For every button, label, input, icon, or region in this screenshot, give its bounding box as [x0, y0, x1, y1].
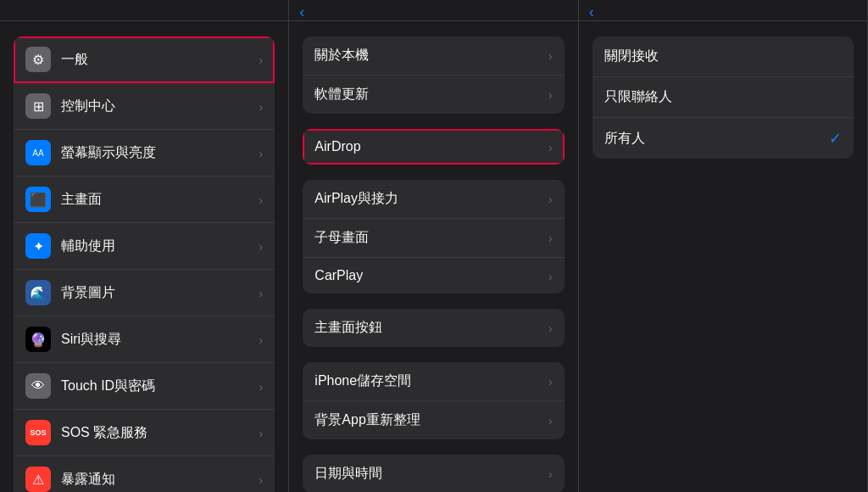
exposure-icon: ⚠	[25, 467, 51, 492]
home-screen-icon: ⬛	[25, 187, 51, 212]
panel-general: ‹ 關於本機›軟體更新›AirDrop›AirPlay與接力›子母畫面›CarP…	[289, 0, 578, 492]
general-row-date-time[interactable]: 日期與時間›	[303, 455, 564, 492]
general-row-iphone-storage[interactable]: iPhone儲存空間›	[303, 362, 564, 401]
settings-header	[0, 0, 288, 21]
panel-airdrop: ‹ 關閉接收只限聯絡人所有人✓	[579, 0, 868, 492]
general-row-bg-app-refresh[interactable]: 背景App重新整理›	[303, 401, 564, 439]
control-center-chevron-icon: ›	[259, 99, 263, 114]
airdrop-back-chevron-icon: ‹	[589, 3, 594, 21]
general-back-button[interactable]: ‹	[299, 3, 307, 21]
settings-main-group: ⚙一般›⊞控制中心›AA螢幕顯示與亮度›⬛主畫面›✦輔助使用›🌊背景圖片›🔮Si…	[14, 36, 275, 492]
control-center-label: 控制中心	[61, 98, 259, 115]
general-group-group1: 關於本機›軟體更新›	[303, 36, 564, 114]
settings-row-home-screen[interactable]: ⬛主畫面›	[14, 176, 275, 223]
general-group-group2: AirDrop›	[303, 129, 564, 165]
settings-row-general[interactable]: ⚙一般›	[14, 36, 275, 83]
airdrop-options-group: 關閉接收只限聯絡人所有人✓	[593, 36, 854, 159]
settings-list: ⚙一般›⊞控制中心›AA螢幕顯示與亮度›⬛主畫面›✦輔助使用›🌊背景圖片›🔮Si…	[0, 21, 288, 492]
settings-row-accessibility[interactable]: ✦輔助使用›	[14, 223, 275, 270]
general-group-group4: 主畫面按鈕›	[303, 309, 564, 347]
panel-settings: ⚙一般›⊞控制中心›AA螢幕顯示與亮度›⬛主畫面›✦輔助使用›🌊背景圖片›🔮Si…	[0, 0, 289, 492]
siri-label: Siri與搜尋	[61, 331, 259, 349]
general-header: ‹	[289, 0, 577, 21]
general-icon: ⚙	[25, 47, 51, 72]
settings-row-sos[interactable]: SOSSOS 緊急服務›	[14, 410, 275, 456]
settings-row-wallpaper[interactable]: 🌊背景圖片›	[14, 270, 275, 316]
siri-icon: 🔮	[25, 327, 51, 352]
control-center-icon: ⊞	[25, 93, 51, 119]
general-bg-app-refresh-label: 背景App重新整理	[314, 411, 548, 429]
settings-row-display[interactable]: AA螢幕顯示與亮度›	[14, 130, 275, 176]
general-home-button-label: 主畫面按鈕	[314, 319, 548, 337]
general-iphone-storage-chevron-icon: ›	[548, 374, 553, 389]
general-row-software-update[interactable]: 軟體更新›	[303, 75, 564, 114]
exposure-label: 暴露通知	[61, 471, 259, 489]
general-iphone-storage-label: iPhone儲存空間	[314, 372, 548, 390]
general-carplay-chevron-icon: ›	[548, 269, 553, 283]
general-carplay-label: CarPlay	[314, 268, 548, 283]
touch-id-icon: 👁	[25, 373, 51, 399]
airdrop-content: 關閉接收只限聯絡人所有人✓	[579, 21, 867, 492]
airdrop-option-off[interactable]: 關閉接收	[593, 36, 854, 77]
airdrop-option-off-label: 關閉接收	[604, 48, 842, 65]
exposure-chevron-icon: ›	[259, 472, 263, 487]
general-airplay-label: AirPlay與接力	[314, 190, 548, 208]
general-row-about[interactable]: 關於本機›	[303, 36, 564, 75]
general-software-update-chevron-icon: ›	[548, 87, 553, 102]
general-row-carplay[interactable]: CarPlay›	[303, 258, 564, 294]
general-airdrop-label: AirDrop	[314, 139, 548, 154]
airdrop-option-everyone[interactable]: 所有人✓	[593, 118, 854, 159]
touch-id-chevron-icon: ›	[259, 379, 263, 394]
general-date-time-chevron-icon: ›	[548, 467, 553, 481]
general-picture-in-picture-chevron-icon: ›	[548, 231, 553, 245]
airdrop-option-everyone-label: 所有人	[604, 130, 829, 148]
accessibility-icon: ✦	[25, 233, 51, 259]
touch-id-label: Touch ID與密碼	[61, 377, 259, 395]
general-group-group6: 日期與時間›	[303, 455, 564, 492]
accessibility-chevron-icon: ›	[259, 239, 263, 254]
settings-row-exposure[interactable]: ⚠暴露通知›	[14, 456, 275, 492]
general-row-airdrop[interactable]: AirDrop›	[303, 129, 564, 165]
general-date-time-label: 日期與時間	[314, 465, 548, 483]
general-chevron-icon: ›	[259, 53, 263, 67]
home-screen-label: 主畫面	[61, 191, 259, 209]
siri-chevron-icon: ›	[259, 333, 263, 347]
general-airdrop-chevron-icon: ›	[548, 140, 553, 154]
wallpaper-chevron-icon: ›	[259, 286, 263, 300]
settings-row-siri[interactable]: 🔮Siri與搜尋›	[14, 316, 275, 363]
general-group-group5: iPhone儲存空間›背景App重新整理›	[303, 362, 564, 439]
settings-row-control-center[interactable]: ⊞控制中心›	[14, 83, 275, 130]
general-row-picture-in-picture[interactable]: 子母畫面›	[303, 219, 564, 258]
general-picture-in-picture-label: 子母畫面	[314, 229, 548, 247]
settings-row-touch-id[interactable]: 👁Touch ID與密碼›	[14, 363, 275, 410]
airdrop-header: ‹	[579, 0, 867, 21]
sos-chevron-icon: ›	[259, 426, 263, 440]
general-airplay-chevron-icon: ›	[548, 192, 553, 206]
general-label: 一般	[61, 51, 259, 69]
general-about-label: 關於本機	[314, 47, 548, 64]
airdrop-back-button[interactable]: ‹	[589, 3, 597, 21]
general-row-home-button[interactable]: 主畫面按鈕›	[303, 309, 564, 347]
accessibility-label: 輔助使用	[61, 238, 259, 255]
general-bg-app-refresh-chevron-icon: ›	[548, 413, 553, 428]
home-screen-chevron-icon: ›	[259, 193, 263, 207]
airdrop-option-contacts-only-label: 只限聯絡人	[604, 88, 842, 106]
general-about-chevron-icon: ›	[548, 48, 553, 63]
sos-icon: SOS	[25, 420, 51, 445]
airdrop-option-contacts-only[interactable]: 只限聯絡人	[593, 77, 854, 118]
display-label: 螢幕顯示與亮度	[61, 144, 259, 162]
wallpaper-label: 背景圖片	[61, 284, 259, 302]
general-list: 關於本機›軟體更新›AirDrop›AirPlay與接力›子母畫面›CarPla…	[289, 21, 577, 492]
general-home-button-chevron-icon: ›	[548, 321, 553, 335]
display-icon: AA	[25, 140, 51, 165]
display-chevron-icon: ›	[259, 146, 263, 160]
back-chevron-icon: ‹	[299, 3, 304, 21]
sos-label: SOS 緊急服務	[61, 424, 259, 442]
wallpaper-icon: 🌊	[25, 280, 51, 305]
general-group-group3: AirPlay與接力›子母畫面›CarPlay›	[303, 180, 564, 294]
general-row-airplay[interactable]: AirPlay與接力›	[303, 180, 564, 219]
general-software-update-label: 軟體更新	[314, 86, 548, 103]
airdrop-option-everyone-check-icon: ✓	[829, 129, 842, 148]
